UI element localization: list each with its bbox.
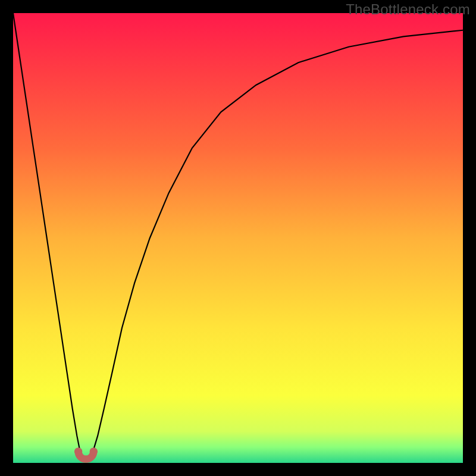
plot-area xyxy=(13,13,463,463)
svg-point-0 xyxy=(74,447,82,455)
chart-svg xyxy=(13,13,463,463)
svg-point-1 xyxy=(90,447,98,455)
chart-frame: TheBottleneck.com xyxy=(0,0,476,476)
watermark-text: TheBottleneck.com xyxy=(346,1,470,18)
background-gradient xyxy=(13,13,463,463)
